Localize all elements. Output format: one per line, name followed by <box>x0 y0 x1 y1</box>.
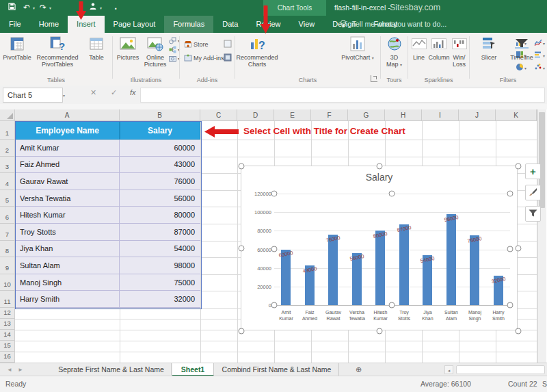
cell-salary-row11[interactable]: 32000 <box>120 291 200 308</box>
select-all-corner[interactable] <box>0 109 15 121</box>
column-header-C[interactable]: C <box>200 109 237 121</box>
cell-b1-salary[interactable]: Salary <box>120 121 200 140</box>
redo-icon[interactable]: ↷ <box>40 2 46 13</box>
chart-selection-handle[interactable] <box>516 164 522 170</box>
new-sheet-icon[interactable]: ⊕ <box>356 363 362 376</box>
timeline-button[interactable]: Timeline <box>505 35 538 61</box>
row-header-6[interactable]: 6 <box>0 207 15 224</box>
chart-selection-handle[interactable] <box>516 328 522 335</box>
slicer-button[interactable]: Slicer <box>475 35 503 61</box>
column-header-H[interactable]: H <box>385 109 422 121</box>
chart-title[interactable]: Salary <box>241 172 517 183</box>
row-header-4[interactable]: 4 <box>0 173 15 190</box>
sheet-tab-seprate-first-name-last-name[interactable]: Seprate First Name & Last Name <box>51 363 172 376</box>
pictures-button[interactable]: Pictures <box>114 35 142 61</box>
row-header-3[interactable]: 3 <box>0 157 15 174</box>
name-box-dropdown-icon[interactable]: ▾ <box>63 93 65 98</box>
sheet-tab-combind-first-name-last-name[interactable]: Combind First Name & Last Name <box>215 363 339 376</box>
chart-selection-handle[interactable] <box>389 302 395 309</box>
cell-salary-row10[interactable]: 75000 <box>120 274 200 291</box>
tab-page-layout[interactable]: Page Layout <box>105 16 165 33</box>
chart-selection-handle[interactable] <box>507 302 513 309</box>
row-header-5[interactable]: 5 <box>0 190 15 207</box>
column-header-E[interactable]: E <box>274 109 311 121</box>
salary-chart[interactable]: Salary 120000100000800006000040000200000… <box>241 166 518 330</box>
chart-selection-handle[interactable] <box>271 302 278 309</box>
formula-input[interactable] <box>140 88 545 103</box>
column-header-J[interactable]: J <box>459 109 496 121</box>
row-header-2[interactable]: 2 <box>0 140 15 157</box>
pivotchart-button[interactable]: PivotChart ▾ <box>339 35 376 62</box>
cell-salary-row7[interactable]: 87000 <box>120 224 200 241</box>
chart-selection-handle[interactable] <box>271 246 278 252</box>
tell-me-box[interactable]: Tell me what you want to do... <box>340 16 446 33</box>
winloss-button[interactable]: Win/ Loss <box>450 35 468 68</box>
chart-selection-handle[interactable] <box>239 164 245 170</box>
cell-salary-row9[interactable]: 98000 <box>120 257 200 274</box>
cell-name-row2[interactable]: Amit Kumar <box>15 140 120 157</box>
row-header-14[interactable]: 14 <box>0 330 15 341</box>
chart-selection-handle[interactable] <box>507 191 513 197</box>
chart-selection-handle[interactable] <box>377 328 383 335</box>
screenshot-icon[interactable]: ▾ <box>169 54 180 63</box>
cell-salary-row8[interactable]: 54000 <box>120 241 200 258</box>
addin-gallery-icon[interactable] <box>224 52 232 64</box>
cell-a1-employee-name[interactable]: Employee Name <box>15 121 120 140</box>
tab-file[interactable]: File <box>0 16 30 33</box>
tab-data[interactable]: Data <box>213 16 247 33</box>
cell-name-row5[interactable]: Versha Tewatia <box>15 190 120 207</box>
threed-map-button[interactable]: 3DMap ▾ <box>382 35 406 68</box>
chart-styles-button[interactable] <box>525 185 541 200</box>
cell-name-row4[interactable]: Gaurav Rawat <box>15 173 120 190</box>
chart-elements-button[interactable]: + <box>525 164 541 179</box>
cell-name-row7[interactable]: Troy Stotts <box>15 224 120 241</box>
sheet-tab-sheet1[interactable]: Sheet1 <box>172 363 214 376</box>
sheet-nav-prev-icon[interactable]: ◄ <box>7 363 12 376</box>
chart-bar-8[interactable] <box>446 214 456 305</box>
recommended-pivottables-button[interactable]: ? Recommended PivotTables <box>33 35 82 68</box>
cell-name-row9[interactable]: Sultan Alam <box>15 257 120 274</box>
online-pictures-button[interactable]: Online Pictures <box>142 35 169 68</box>
chart-bar-9[interactable] <box>470 235 479 305</box>
row-header-13[interactable]: 13 <box>0 319 15 330</box>
name-box[interactable]: Chart 5 <box>3 88 63 103</box>
cell-salary-row5[interactable]: 56000 <box>120 190 200 207</box>
cell-salary-row3[interactable]: 43000 <box>120 157 200 174</box>
row-header-12[interactable]: 12 <box>0 308 15 319</box>
row-header-16[interactable]: 16 <box>0 352 15 363</box>
shapes-icon[interactable]: ▾ <box>169 36 180 45</box>
chart-selection-handle[interactable] <box>271 191 278 197</box>
enter-icon[interactable]: ✓ <box>111 88 117 97</box>
cell-name-row11[interactable]: Harry Smith <box>15 291 120 308</box>
insert-function-icon[interactable]: fx <box>130 88 136 96</box>
recommended-charts-button[interactable]: ? Recommended Charts <box>235 35 279 68</box>
user-dropdown-icon[interactable]: ▾ <box>100 5 102 10</box>
cell-salary-row6[interactable]: 80000 <box>120 207 200 224</box>
cancel-icon[interactable]: ✕ <box>90 88 96 97</box>
user-icon[interactable] <box>89 2 97 13</box>
store-button[interactable]: Store <box>184 40 209 49</box>
column-header-K[interactable]: K <box>496 109 537 121</box>
chart-filters-button[interactable] <box>525 206 541 222</box>
row-header-11[interactable]: 11 <box>0 291 15 308</box>
chart-bar-6[interactable] <box>399 224 409 305</box>
column-header-F[interactable]: F <box>311 109 348 121</box>
sheet-nav-next-icon[interactable]: ► <box>18 363 23 376</box>
tab-home[interactable]: Home <box>30 16 68 33</box>
cell-salary-row2[interactable]: 60000 <box>120 140 200 157</box>
undo-icon[interactable]: ↶ <box>23 2 30 13</box>
tab-formulas[interactable]: Formulas <box>164 16 213 33</box>
column-header-A[interactable]: A <box>15 109 120 121</box>
save-icon[interactable] <box>8 2 16 13</box>
cell-name-row10[interactable]: Manoj Singh <box>15 274 120 291</box>
row-header-9[interactable]: 9 <box>0 257 15 274</box>
tab-view[interactable]: View <box>290 16 324 33</box>
row-header-1[interactable]: 1 <box>0 121 15 140</box>
row-header-7[interactable]: 7 <box>0 224 15 241</box>
cell-name-row8[interactable]: Jiya Khan <box>15 241 120 258</box>
smartart-icon[interactable]: ▾ <box>169 45 180 54</box>
column-header-B[interactable]: B <box>120 109 200 121</box>
chart-selection-handle[interactable] <box>507 246 513 252</box>
chart-selection-handle[interactable] <box>377 164 383 170</box>
sparkline-line-button[interactable]: Line <box>410 35 428 61</box>
